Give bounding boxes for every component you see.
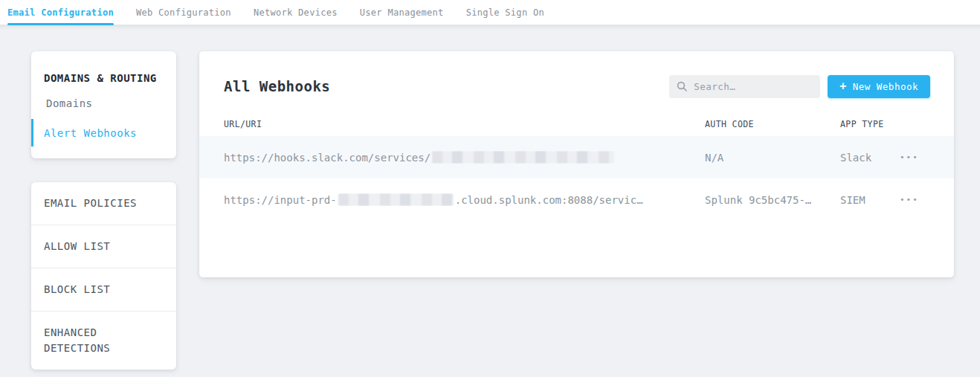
- domains-routing-card: DOMAINS & ROUTING Domains Alert Webhooks: [31, 51, 176, 158]
- webhook-url: https://hooks.slack.com/services/: [224, 151, 705, 164]
- sidebar-item-allow-list[interactable]: ALLOW LIST: [31, 225, 176, 268]
- plus-icon: +: [839, 81, 847, 92]
- tab-email-configuration[interactable]: Email Configuration: [7, 0, 114, 25]
- sidebar-item-enhanced-detections[interactable]: ENHANCED DETECTIONS: [31, 312, 176, 370]
- new-webhook-button-label: New Webhook: [853, 81, 918, 92]
- row-actions-menu-icon[interactable]: •••: [898, 149, 921, 165]
- tab-user-management[interactable]: User Management: [360, 0, 444, 25]
- app-type-value: Slack: [840, 152, 898, 164]
- search-box[interactable]: [669, 75, 820, 98]
- new-webhook-button[interactable]: + New Webhook: [828, 75, 930, 98]
- column-header-auth-code: AUTH CODE: [705, 119, 840, 129]
- webhooks-table: URL/URI AUTH CODE APP TYPE https://hooks…: [199, 112, 954, 221]
- webhooks-panel-header: All Webhooks + New Webhook: [199, 51, 954, 100]
- search-icon: [677, 81, 687, 91]
- url-text: .cloud.splunk.com:8088/servic…: [455, 194, 643, 206]
- sidebar-item-block-list[interactable]: BLOCK LIST: [31, 268, 176, 312]
- auth-code-value: N/A: [705, 152, 840, 164]
- page-content: DOMAINS & ROUTING Domains Alert Webhooks…: [0, 25, 980, 377]
- tab-single-sign-on[interactable]: Single Sign On: [466, 0, 544, 25]
- webhooks-panel: All Webhooks + New Webhook URL/URI AUTH …: [199, 51, 954, 277]
- column-header-url: URL/URI: [224, 119, 705, 129]
- row-actions-menu-icon[interactable]: •••: [898, 192, 921, 207]
- top-nav: Email Configuration Web Configuration Ne…: [0, 0, 980, 25]
- redacted-url-segment: [432, 151, 614, 164]
- sidebar-item-email-policies[interactable]: EMAIL POLICIES: [31, 182, 176, 225]
- table-row[interactable]: https://input-prd- .cloud.splunk.com:808…: [199, 178, 954, 221]
- url-text: https://input-prd-: [224, 194, 337, 206]
- table-header-row: URL/URI AUTH CODE APP TYPE: [199, 112, 954, 136]
- table-row[interactable]: https://hooks.slack.com/services/ N/A Sl…: [199, 136, 954, 178]
- url-text: https://hooks.slack.com/services/: [224, 152, 431, 164]
- app-type-value: SIEM: [840, 194, 898, 206]
- redacted-url-segment: [338, 193, 454, 206]
- column-header-app-type: APP TYPE: [840, 119, 898, 129]
- sidebar-item-alert-webhooks[interactable]: Alert Webhooks: [31, 119, 176, 146]
- tab-web-configuration[interactable]: Web Configuration: [136, 0, 231, 25]
- webhook-url: https://input-prd- .cloud.splunk.com:808…: [224, 193, 705, 206]
- policy-sections-card: EMAIL POLICIES ALLOW LIST BLOCK LIST ENH…: [31, 182, 176, 370]
- tab-network-devices[interactable]: Network Devices: [254, 0, 338, 25]
- domains-routing-title: DOMAINS & ROUTING: [31, 62, 176, 87]
- auth-code-value: Splunk 9c5bc475-…: [705, 194, 840, 206]
- sidebar: DOMAINS & ROUTING Domains Alert Webhooks…: [31, 51, 176, 377]
- page-title: All Webhooks: [224, 78, 669, 94]
- search-input[interactable]: [694, 81, 813, 92]
- sidebar-item-domains[interactable]: Domains: [31, 89, 176, 117]
